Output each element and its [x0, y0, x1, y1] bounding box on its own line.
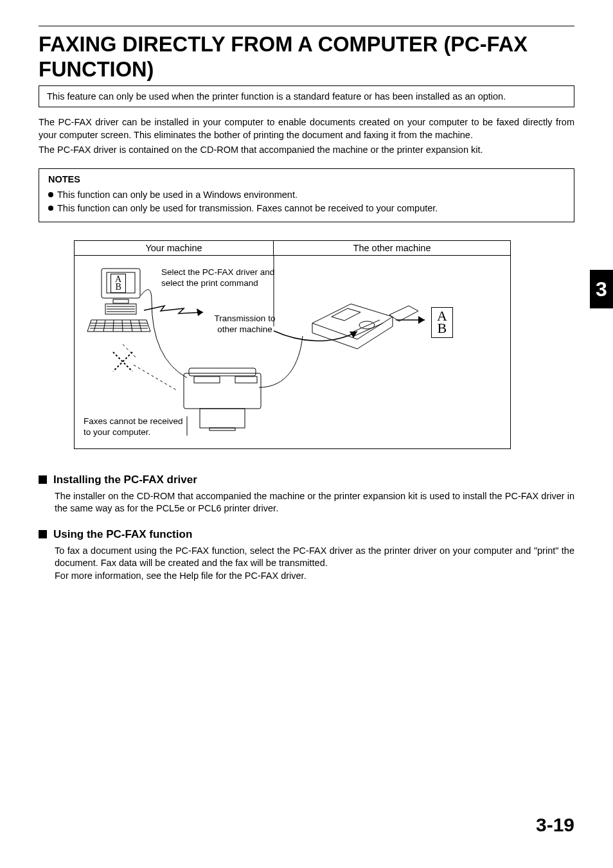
square-bullet-icon: [39, 475, 47, 484]
section-body: The installer on the CD-ROM that accompa…: [55, 490, 574, 515]
notes-item-text: This function can only be used in a Wind…: [57, 190, 298, 200]
section-using: Using the PC-FAX function To fax a docum…: [39, 528, 574, 583]
svg-rect-24: [194, 376, 220, 383]
notes-box: NOTES This function can only be used in …: [39, 168, 574, 222]
output-ab-b: B: [438, 320, 447, 336]
noreceive-line2: to your computer.: [84, 427, 150, 437]
x-mark-icon: [113, 352, 132, 371]
notes-item-text: This function can only be used for trans…: [57, 203, 438, 213]
fax-machine-icon: [312, 304, 418, 349]
svg-rect-3: [113, 299, 129, 303]
diagram-label-select: Select the PC-FAX driver and select the …: [161, 267, 277, 289]
notes-item: This function can only be used in a Wind…: [48, 188, 565, 202]
flow-diagram: Your machine The other machine: [74, 240, 511, 449]
section-heading-text: Using the PC-FAX function: [53, 528, 192, 540]
svg-rect-21: [184, 373, 261, 409]
diagram-label-noreceive: Faxes cannot be received to your compute…: [84, 416, 193, 438]
svg-marker-17: [197, 308, 203, 316]
svg-rect-22: [189, 368, 256, 376]
intro-paragraph-1: The PC-FAX driver can be installed in yo…: [39, 116, 574, 141]
page-content: FAXING DIRECTLY FROM A COMPUTER (PC-FAX …: [0, 0, 613, 583]
page-number: 3-19: [536, 814, 574, 836]
diagram-label-transmission: Transmission to other machine: [209, 314, 280, 335]
svg-rect-23: [235, 376, 257, 383]
transmission-line1: Transmission to: [215, 314, 276, 323]
svg-marker-31: [418, 316, 425, 324]
intro-paragraph-2: The PC-FAX driver is contained on the CD…: [39, 144, 574, 157]
bullet-icon: [48, 206, 53, 211]
square-bullet-icon: [39, 530, 47, 538]
diagram-header-left: Your machine: [75, 241, 274, 255]
section-installing: Installing the PC-FAX driver The install…: [39, 474, 574, 515]
chapter-tab: 3: [590, 270, 613, 308]
svg-rect-26: [209, 428, 235, 430]
info-callout: This feature can only be used when the p…: [39, 85, 574, 107]
diagram-body: A B Select the PC-FAX driver and select …: [75, 256, 510, 446]
top-rule: [39, 26, 574, 26]
noreceive-line1: Faxes cannot be received: [84, 416, 183, 426]
svg-line-13: [113, 320, 114, 332]
bullet-icon: [48, 192, 53, 197]
section-heading-text: Installing the PC-FAX driver: [53, 474, 197, 486]
output-ab-box: A B: [431, 307, 453, 338]
svg-line-14: [122, 320, 123, 332]
keyboard-icon: [87, 320, 150, 332]
notes-heading: NOTES: [48, 174, 565, 184]
section-heading: Using the PC-FAX function: [39, 528, 574, 541]
transmission-line2: other machine: [217, 324, 272, 334]
diagram-header-row: Your machine The other machine: [75, 241, 510, 256]
section-heading: Installing the PC-FAX driver: [39, 474, 574, 486]
notes-item: This function can only be used for trans…: [48, 202, 565, 215]
monitor-ab-icon: A B: [111, 274, 126, 293]
mfp-icon: [184, 336, 303, 430]
section-body: To fax a document using the PC-FAX funct…: [55, 545, 574, 583]
svg-rect-25: [200, 409, 245, 428]
diagram-header-right: The other machine: [274, 241, 510, 255]
page-title: FAXING DIRECTLY FROM A COMPUTER (PC-FAX …: [39, 31, 553, 82]
monitor-ab-b: B: [115, 282, 121, 292]
